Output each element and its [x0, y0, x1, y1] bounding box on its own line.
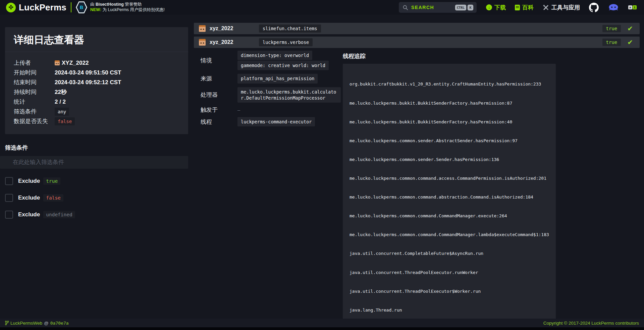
trace-line: me.lucko.luckperms.common.sender.Sender.… — [350, 157, 549, 163]
permission-badge: luckperms.verbose — [259, 38, 313, 46]
player-avatar — [199, 25, 206, 32]
navbar: ✤ LuckPerms B 由 BisectHosting 荣誉赞助 NEW: … — [0, 0, 644, 15]
check-icon: ✔ — [627, 39, 633, 46]
caused-by-value: — — [237, 107, 240, 113]
trace-line: java.util.concurrent.ThreadPoolExecutor.… — [350, 270, 549, 276]
trace-title: 线程追踪 — [343, 52, 640, 60]
field-processor: 处理器 me.lucko.luckperms.bukkit.calculator… — [201, 87, 343, 103]
exclude-label: Exclude — [18, 178, 40, 184]
navbar-divider — [71, 2, 71, 12]
translate-a-icon: A — [628, 5, 632, 9]
meta-label: 开始时间 — [14, 69, 55, 76]
search-icon — [403, 5, 408, 10]
player-name: xyz_2022 — [210, 25, 259, 32]
log-entry-row[interactable]: xyz_2022 luckperms.verbose true ✔ — [194, 37, 640, 48]
meta-value: 2024-03-24 09:51:50 CST — [55, 69, 121, 76]
search-button[interactable]: SEARCH CTRL K — [399, 2, 477, 13]
nav-download[interactable]: ↓ 下载 — [486, 4, 506, 11]
meta-truncated: 数据是否丢失 false — [14, 116, 179, 126]
brand-title[interactable]: LuckPerms — [19, 2, 66, 13]
uploader-avatar — [55, 60, 60, 65]
player-avatar — [199, 39, 206, 46]
language-switcher[interactable]: A 文 — [628, 5, 637, 9]
trace-line: me.lucko.luckperms.common.command.Comman… — [350, 213, 549, 219]
log-entry-row[interactable]: xyz_2022 slimefun.cheat.items true ✔ — [194, 23, 640, 34]
exclude-true-value: true — [43, 177, 60, 185]
trace-line: me.lucko.luckperms.common.command.Comman… — [350, 232, 549, 238]
nav-wiki-label: 百科 — [522, 4, 534, 11]
filter-input[interactable] — [0, 156, 188, 169]
trace-line: java.util.concurrent.ThreadPoolExecutor$… — [350, 288, 549, 295]
session-meta: 上传者 XYZ_2022 开始时间 2024-03-24 09:51:50 CS… — [5, 52, 188, 134]
detail-fields: 情境 dimension-type: overworld gamemode: c… — [194, 50, 343, 330]
meta-filter-mode: 筛选条件 any — [14, 107, 179, 116]
wiki-book-icon — [515, 5, 520, 10]
sponsor-banner[interactable]: 由 BisectHosting 荣誉赞助 NEW: 为 LuckPerms 用户… — [90, 2, 165, 12]
github-link[interactable] — [589, 3, 599, 12]
truncated-badge: false — [55, 117, 75, 125]
footer-copyright: Copyright © 2017-2024 LuckPerms contribu… — [543, 321, 639, 326]
log-entries: xyz_2022 slimefun.cheat.items true ✔ xyz… — [194, 23, 640, 330]
context-value: dimension-type: overworld gamemode: crea… — [237, 50, 329, 70]
entry-detail: 情境 dimension-type: overworld gamemode: c… — [194, 50, 640, 330]
meta-label: 结束时间 — [14, 78, 55, 86]
luckperms-logo-icon[interactable]: ✤ — [6, 3, 16, 12]
exclude-false-row[interactable]: Exclude false — [5, 194, 194, 202]
page-title: 详细日志查看器 — [5, 27, 188, 52]
nav-wiki[interactable]: 百科 — [515, 4, 534, 11]
context-badge: dimension-type: overworld — [237, 51, 312, 60]
meta-value: 2024-03-24 09:52:12 CST — [55, 79, 121, 86]
exclude-false-value: false — [43, 194, 63, 202]
processor-badge: me.lucko.luckperms.bukkit.calculator.Def… — [237, 87, 341, 103]
nav-tools[interactable]: 工具与应用 — [543, 4, 580, 11]
uploader-name: XYZ_2022 — [62, 60, 89, 66]
trace-line: me.lucko.luckperms.common.command.access… — [350, 175, 549, 182]
meta-value: 2 / 2 — [55, 99, 66, 105]
result-badge: true — [602, 25, 621, 32]
sponsor-line1: 由 BisectHosting 荣誉赞助 — [90, 2, 165, 7]
trace-line: java.util.concurrent.CompletableFuture$A… — [350, 251, 549, 257]
field-label: 来源 — [201, 75, 237, 82]
meta-label: 统计 — [14, 98, 55, 106]
footer-version-link[interactable]: LuckPermsWeb @ 0a70e7a — [5, 321, 69, 326]
bisecthosting-logo-icon[interactable]: B — [76, 1, 87, 14]
trace-line: me.lucko.luckperms.bukkit.BukkitSenderFa… — [350, 119, 549, 125]
thread-badge: luckperms-command-executor — [237, 117, 315, 126]
exclude-undefined-value: undefined — [43, 211, 75, 218]
sidebar: 详细日志查看器 上传者 XYZ_2022 开始时间 2024-03-24 09:… — [0, 15, 194, 219]
nav-download-label: 下载 — [494, 4, 506, 11]
meta-value: 22秒 — [55, 88, 67, 96]
footer-app-name: LuckPermsWeb — [10, 321, 42, 326]
exclude-true-row[interactable]: Exclude true — [5, 177, 194, 185]
git-branch-icon — [5, 321, 9, 325]
field-context: 情境 dimension-type: overworld gamemode: c… — [201, 50, 343, 70]
exclude-true-checkbox[interactable] — [5, 177, 13, 185]
github-icon — [589, 3, 599, 12]
footer: LuckPermsWeb @ 0a70e7a Copyright © 2017-… — [0, 319, 644, 327]
footer-at: @ — [44, 321, 49, 326]
meta-count: 统计 2 / 2 — [14, 97, 179, 107]
exclude-undefined-row[interactable]: Exclude undefined — [5, 210, 194, 219]
stack-trace: org.bukkit.craftbukkit.v1_20_R3.entity.C… — [343, 64, 556, 330]
origin-badge: platform_api_has_permission — [237, 74, 318, 83]
filter-mode-badge: any — [55, 108, 69, 116]
exclude-false-checkbox[interactable] — [5, 194, 13, 202]
meta-label: 上传者 — [14, 59, 55, 67]
tools-icon — [543, 4, 549, 11]
check-icon: ✔ — [627, 25, 633, 32]
result-badge: true — [602, 39, 621, 46]
filter-section-heading: 筛选条件 — [5, 144, 194, 152]
exclude-undefined-checkbox[interactable] — [5, 211, 13, 219]
download-icon: ↓ — [486, 4, 492, 10]
field-label: 线程 — [201, 118, 237, 126]
footer-commit-hash[interactable]: 0a70e7a — [50, 321, 69, 326]
sponsor-line2: NEW: 为 LuckPerms 用户提供特别优惠! — [90, 7, 165, 13]
search-shortcut: CTRL K — [455, 5, 473, 10]
meta-label: 筛选条件 — [14, 108, 55, 115]
meta-end-time: 结束时间 2024-03-24 09:52:12 CST — [14, 77, 179, 87]
trace-line: java.lang.Thread.run — [350, 307, 549, 314]
k-keycap: K — [468, 5, 473, 10]
discord-link[interactable] — [608, 3, 619, 11]
nav-links: ↓ 下载 百科 工具与应用 — [486, 3, 637, 12]
meta-start-time: 开始时间 2024-03-24 09:51:50 CST — [14, 68, 179, 77]
